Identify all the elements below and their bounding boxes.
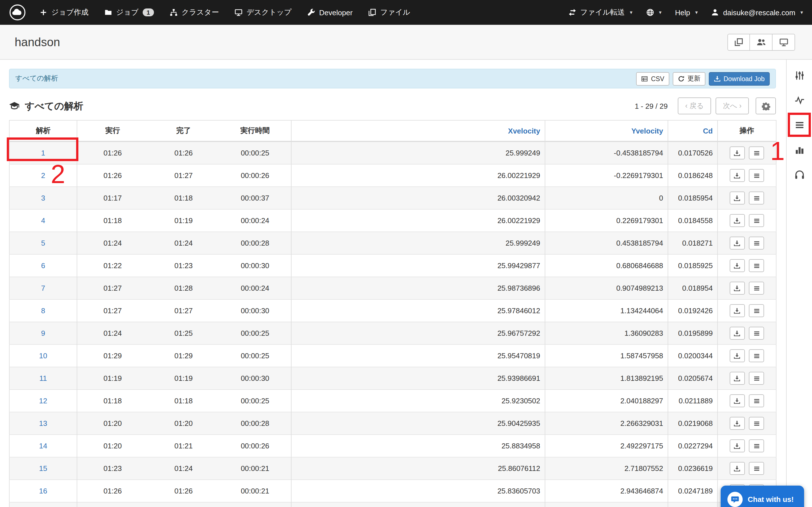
cd-cell: 0.0205674 [668,367,718,390]
nav-item-jobs[interactable]: ジョブ1 [104,7,154,17]
download-result-button[interactable] [729,304,745,317]
analysis-link[interactable]: 11 [40,374,47,383]
table-settings-button[interactable] [756,98,776,114]
result-details-button[interactable] [749,237,764,249]
analysis-link[interactable]: 7 [41,284,45,292]
sidebar-activity-button[interactable] [786,88,812,113]
analysis-link[interactable]: 1 [41,149,45,157]
analysis-link[interactable]: 9 [41,329,45,337]
col-xvelocity[interactable]: Xvelocity [291,120,545,142]
download-result-button[interactable] [729,259,745,272]
analysis-link[interactable]: 10 [39,351,47,360]
sidebar-headphones-button[interactable] [786,162,812,187]
chat-widget[interactable]: Chat with us! [721,486,804,507]
download-result-button[interactable] [729,169,745,182]
end-time-cell: 01:26 [148,480,219,502]
analysis-link[interactable]: 5 [41,239,45,247]
list-icon [753,240,760,246]
end-time-cell: 01:19 [148,367,219,390]
download-result-button[interactable] [729,394,745,407]
analysis-link[interactable]: 13 [39,419,47,428]
list-icon [753,397,760,404]
analysis-link[interactable]: 6 [41,262,45,270]
analysis-link[interactable]: 14 [39,442,47,450]
nav-item-desktops[interactable]: デスクトップ [235,7,292,17]
nav-account[interactable]: daisuke@rescale.com ▾ [711,8,803,17]
csv-button[interactable]: CSV [637,72,669,86]
share-job-button[interactable] [750,34,772,50]
result-details-button[interactable] [749,214,764,227]
caret-down-icon: ▾ [695,10,698,15]
download-icon [733,420,741,427]
result-details-button[interactable] [749,259,764,272]
col-cd[interactable]: Cd [668,120,718,142]
sidebar-sliders-button[interactable] [786,63,812,88]
xvelocity-cell: 25.8834958 [291,435,545,457]
download-result-button[interactable] [729,439,745,452]
clone-job-button[interactable] [727,34,750,50]
result-details-button[interactable] [749,282,764,295]
table-header-row: 解析 実行 完了 実行時間 Xvelocity Yvelocity Cd 操作 [9,120,776,142]
result-details-button[interactable] [749,462,764,475]
analysis-link[interactable]: 8 [41,306,45,315]
nav-help[interactable]: Help ▾ [675,8,698,17]
results-panel: すべての解析 CSV 更新 Download Job すべての解析 [0,60,786,507]
analyses-table-body: 1 01:26 01:26 00:00:25 25.999249 -0.4538… [9,142,776,507]
cd-cell: 0.0192426 [668,299,718,322]
section-title: すべての解析 [25,100,83,112]
analysis-row: 10 01:29 01:29 00:00:25 25.95470819 1.58… [9,344,776,367]
all-analyses-link[interactable]: すべての解析 [15,74,58,83]
download-result-button[interactable] [729,462,745,475]
result-details-button[interactable] [749,372,764,385]
result-details-button[interactable] [749,147,764,159]
analysis-link[interactable]: 12 [39,397,47,405]
download-result-button[interactable] [729,214,745,227]
download-result-button[interactable] [729,237,745,249]
xvelocity-cell: 26.00221929 [291,164,545,187]
download-job-button[interactable]: Download Job [709,72,770,86]
result-details-button[interactable] [749,169,764,182]
nav-item-create-job[interactable]: ジョブ作成 [40,7,89,17]
download-result-button[interactable] [729,191,745,205]
operations-cell [718,209,776,232]
prev-page-button[interactable]: ‹ 戻る [678,98,711,114]
nav-item-files[interactable]: ファイル [368,7,410,17]
rescale-logo[interactable] [9,4,26,21]
download-result-button[interactable] [729,327,745,340]
analysis-link[interactable]: 2 [41,171,45,180]
end-time-cell: 01:23 [148,255,219,277]
sidebar-barchart-button[interactable] [786,137,812,162]
nav-item-developer[interactable]: Developer [307,8,353,17]
download-result-button[interactable] [729,147,745,159]
download-icon [733,443,741,449]
download-result-button[interactable] [729,349,745,362]
end-time-cell: 01:28 [148,277,219,299]
end-time-cell: 01:24 [148,232,219,255]
nav-item-clusters[interactable]: クラスター [170,7,219,17]
analysis-link[interactable]: 3 [41,194,45,202]
yvelocity-cell: 1.36090283 [545,322,668,344]
sidebar-list-button[interactable] [786,113,812,137]
analysis-link[interactable]: 15 [39,464,47,473]
col-yvelocity[interactable]: Yvelocity [545,120,668,142]
result-details-button[interactable] [749,439,764,452]
download-result-button[interactable] [729,282,745,295]
result-details-button[interactable] [749,327,764,340]
refresh-button[interactable]: 更新 [673,72,705,86]
download-result-button[interactable] [729,417,745,430]
analysis-link[interactable]: 16 [39,487,47,495]
desktop-view-button[interactable] [772,34,795,50]
nav-file-transfer[interactable]: ファイル転送 ▾ [568,7,633,17]
result-details-button[interactable] [749,349,764,362]
analysis-row: 17 01:21 01:22 00:00:21 25.80938544 3.16… [9,502,776,507]
xvelocity-cell: 25.80938544 [291,502,545,507]
analysis-link[interactable]: 4 [41,216,45,225]
help-label: Help [675,8,690,17]
download-result-button[interactable] [729,372,745,385]
next-page-button[interactable]: 次へ › [716,98,749,114]
result-details-button[interactable] [749,191,764,205]
result-details-button[interactable] [749,304,764,317]
result-details-button[interactable] [749,417,764,430]
result-details-button[interactable] [749,394,764,407]
nav-language[interactable]: ▾ [646,8,661,16]
